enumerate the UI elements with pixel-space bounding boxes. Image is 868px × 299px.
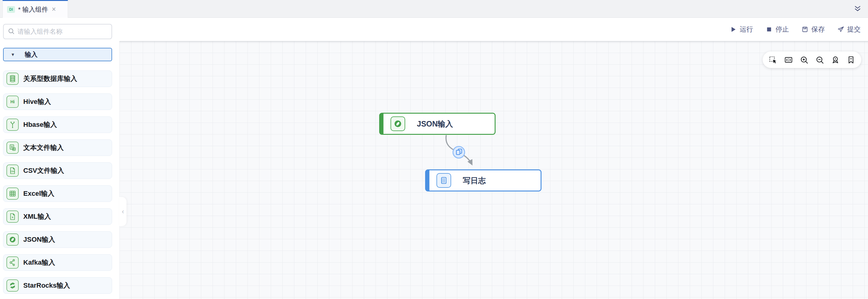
component-item-label: XML输入 — [23, 212, 51, 221]
component-item[interactable]: Excel输入 — [3, 185, 112, 202]
canvas-toolbar — [763, 52, 861, 68]
component-item-label: Kafka输入 — [23, 258, 55, 267]
component-item[interactable]: Kafka输入 — [3, 254, 112, 271]
component-item[interactable]: HiHive输入 — [3, 93, 112, 110]
json-icon — [6, 234, 19, 246]
save-button[interactable]: 保存 — [801, 25, 825, 34]
database-icon — [6, 72, 19, 85]
json-icon — [391, 116, 405, 131]
csv-file-icon: CSV — [6, 165, 19, 177]
log-icon — [436, 173, 451, 188]
node-accent-bar — [426, 170, 429, 191]
flow-grid[interactable]: JSON输入 写日志 ‹ — [119, 41, 868, 299]
tab-input-components[interactable]: DI * 输入组件 × — [2, 0, 68, 18]
section-header-input[interactable]: ▼ 输入 — [3, 48, 112, 61]
section-label: 输入 — [25, 50, 38, 59]
text-file-icon — [6, 142, 19, 154]
save-icon — [801, 26, 809, 33]
stop-icon — [765, 26, 773, 33]
action-label: 运行 — [740, 25, 753, 34]
di-badge: DI — [7, 6, 15, 13]
submit-button[interactable]: 提交 — [837, 25, 861, 34]
tab-title: * 输入组件 — [18, 5, 48, 14]
excel-icon — [6, 187, 19, 200]
double-chevron-down-icon[interactable] — [852, 3, 863, 14]
action-label: 提交 — [847, 25, 861, 34]
node-label: JSON输入 — [417, 119, 453, 129]
fit-view-icon[interactable] — [783, 55, 794, 65]
zoom-in-icon[interactable] — [799, 55, 809, 65]
canvas-actions: 运行停止保存提交 — [730, 18, 868, 41]
zoom-out-icon[interactable] — [814, 55, 825, 65]
flow-canvas[interactable]: 运行停止保存提交 JSON输入 写日志 — [119, 18, 868, 299]
search-placeholder: 请输入组件名称 — [18, 27, 62, 36]
submit-icon — [837, 26, 844, 33]
chevron-left-icon: ‹ — [122, 208, 124, 216]
node-label: 写日志 — [463, 176, 486, 186]
starrocks-icon — [6, 279, 19, 292]
action-label: 保存 — [811, 25, 825, 34]
component-item-label: Hbase输入 — [23, 120, 57, 129]
search-icon — [8, 28, 15, 36]
component-sidebar: 请输入组件名称 ▼ 输入 关系型数据库输入HiHive输入Hbase输入文本文件… — [0, 18, 119, 299]
component-item-label: JSON输入 — [23, 235, 55, 244]
sidebar-collapse-handle[interactable]: ‹ — [119, 197, 126, 226]
svg-text:x: x — [12, 215, 13, 219]
hbase-icon — [6, 119, 19, 131]
node-write-log[interactable]: 写日志 — [425, 170, 541, 191]
component-item-label: StarRocks输入 — [23, 281, 70, 290]
kafka-icon — [6, 257, 19, 269]
component-item-label: CSV文件输入 — [23, 166, 64, 175]
marquee-select-icon[interactable] — [768, 55, 778, 65]
component-item-label: Excel输入 — [23, 189, 55, 198]
component-item[interactable]: xXML输入 — [3, 208, 112, 225]
tab-close-icon[interactable]: × — [52, 6, 56, 13]
component-item[interactable]: 文本文件输入 — [3, 140, 112, 156]
caret-down-icon: ▼ — [11, 52, 15, 57]
hive-icon: Hi — [6, 96, 19, 108]
run-icon — [730, 26, 737, 33]
node-accent-bar — [380, 113, 383, 134]
component-item[interactable]: CSVCSV文件输入 — [3, 162, 112, 179]
search-input[interactable]: 请输入组件名称 — [3, 24, 112, 39]
svg-text:CSV: CSV — [10, 170, 15, 173]
stop-button[interactable]: 停止 — [765, 25, 789, 34]
component-item-label: 文本文件输入 — [23, 143, 64, 152]
node-json-input[interactable]: JSON输入 — [379, 113, 496, 135]
component-item-label: 关系型数据库输入 — [23, 74, 77, 83]
component-item-label: Hive输入 — [23, 97, 51, 106]
component-item[interactable]: 关系型数据库输入 — [3, 70, 112, 87]
edge-copy-badge — [453, 146, 465, 158]
locate-icon[interactable] — [830, 55, 840, 65]
flow-edge — [446, 135, 472, 164]
component-item[interactable]: StarRocks输入 — [3, 277, 112, 294]
component-list: 关系型数据库输入HiHive输入Hbase输入文本文件输入CSVCSV文件输入E… — [3, 70, 112, 299]
action-label: 停止 — [775, 25, 789, 34]
bookmark-icon[interactable] — [846, 55, 856, 65]
xml-file-icon: x — [6, 210, 19, 223]
svg-text:Hi: Hi — [10, 99, 15, 104]
component-item[interactable]: Hbase输入 — [3, 116, 112, 133]
component-item[interactable]: JSON输入 — [3, 231, 112, 248]
run-button[interactable]: 运行 — [730, 25, 753, 34]
tab-bar: DI * 输入组件 × — [0, 0, 868, 18]
